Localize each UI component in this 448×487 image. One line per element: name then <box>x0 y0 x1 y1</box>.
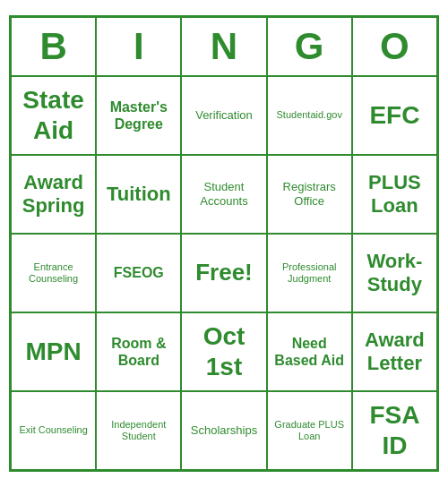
cell-text-23: Graduate PLUS Loan <box>271 419 348 442</box>
cell-text-5: Award Spring <box>15 171 91 218</box>
bingo-cell-24: FSA ID <box>352 391 437 470</box>
bingo-cell-14: Work-Study <box>352 234 437 312</box>
bingo-cell-7: Student Accounts <box>181 155 266 234</box>
cell-text-8: Registrars Office <box>271 180 348 208</box>
cell-text-1: Master's Degree <box>100 98 177 132</box>
bingo-cell-9: PLUS Loan <box>352 155 437 234</box>
bingo-cell-15: MPN <box>11 312 96 391</box>
header-letter-o: O <box>352 17 437 76</box>
cell-text-6: Tuition <box>107 183 171 206</box>
cell-text-0: State Aid <box>15 85 91 145</box>
bingo-card: BINGO State AidMaster's DegreeVerificati… <box>9 15 439 472</box>
bingo-cell-5: Award Spring <box>11 155 96 234</box>
bingo-cell-13: Professional Judgment <box>267 234 352 312</box>
header-letter-i: I <box>96 17 181 76</box>
cell-text-12: Free! <box>195 259 253 286</box>
bingo-cell-12: Free! <box>181 234 266 312</box>
cell-text-21: Independent Student <box>100 419 177 442</box>
bingo-cell-1: Master's Degree <box>96 76 181 155</box>
cell-text-15: MPN <box>25 337 81 367</box>
bingo-cell-3: Studentaid.gov <box>267 76 352 155</box>
cell-text-11: FSEOG <box>114 264 164 281</box>
bingo-cell-19: Award Letter <box>352 312 437 391</box>
cell-text-18: Need Based Aid <box>271 335 348 369</box>
bingo-header: BINGO <box>11 17 437 76</box>
bingo-cell-21: Independent Student <box>96 391 181 470</box>
bingo-cell-10: Entrance Counseling <box>11 234 96 312</box>
cell-text-3: Studentaid.gov <box>277 109 342 121</box>
bingo-cell-11: FSEOG <box>96 234 181 312</box>
header-letter-b: B <box>11 17 96 76</box>
bingo-cell-16: Room & Board <box>96 312 181 391</box>
cell-text-10: Entrance Counseling <box>15 261 91 285</box>
cell-text-14: Work-Study <box>357 250 433 297</box>
cell-text-20: Exit Counseling <box>19 424 87 436</box>
bingo-cell-23: Graduate PLUS Loan <box>267 391 352 470</box>
cell-text-9: PLUS Loan <box>357 171 433 218</box>
cell-text-4: EFC <box>369 100 419 131</box>
cell-text-19: Award Letter <box>357 329 433 376</box>
cell-text-24: FSA ID <box>357 400 433 460</box>
bingo-cell-17: Oct 1st <box>181 312 266 391</box>
bingo-cell-8: Registrars Office <box>267 155 352 234</box>
bingo-cell-18: Need Based Aid <box>267 312 352 391</box>
cell-text-13: Professional Judgment <box>271 261 348 285</box>
bingo-grid: State AidMaster's DegreeVerificationStud… <box>11 76 437 470</box>
bingo-cell-0: State Aid <box>11 76 96 155</box>
bingo-cell-6: Tuition <box>96 155 181 234</box>
cell-text-2: Verification <box>195 108 253 123</box>
cell-text-17: Oct 1st <box>185 321 262 381</box>
bingo-cell-4: EFC <box>352 76 437 155</box>
bingo-cell-2: Verification <box>181 76 266 155</box>
cell-text-7: Student Accounts <box>185 180 262 208</box>
header-letter-n: N <box>181 17 266 76</box>
bingo-cell-22: Scholarships <box>181 391 266 470</box>
header-letter-g: G <box>267 17 352 76</box>
cell-text-16: Room & Board <box>100 335 177 369</box>
bingo-cell-20: Exit Counseling <box>11 391 96 470</box>
cell-text-22: Scholarships <box>191 423 257 438</box>
